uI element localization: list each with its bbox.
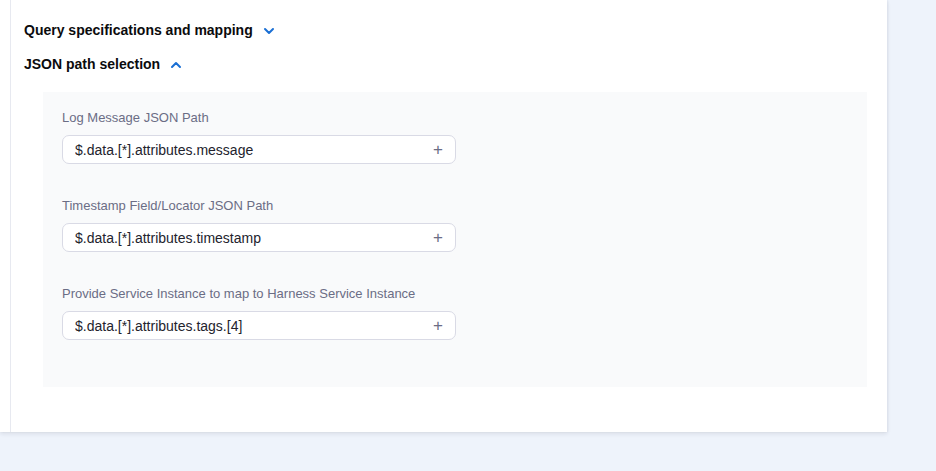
settings-card: Query specifications and mapping JSON pa… — [0, 0, 887, 432]
section-header-json-path-selection[interactable]: JSON path selection — [24, 57, 887, 72]
card-content: Query specifications and mapping JSON pa… — [0, 0, 887, 387]
chevron-down-icon[interactable] — [262, 24, 276, 38]
field-label: Provide Service Instance to map to Harne… — [62, 287, 867, 301]
field-label: Timestamp Field/Locator JSON Path — [62, 199, 867, 213]
field-service-instance-json-path: Provide Service Instance to map to Harne… — [62, 287, 867, 340]
section-title: Query specifications and mapping — [24, 23, 253, 38]
field-log-message-json-path: Log Message JSON Path + — [62, 111, 867, 164]
service-instance-json-path-input[interactable] — [63, 312, 421, 339]
log-message-json-path-input-wrap: + — [62, 135, 456, 164]
timestamp-json-path-input-wrap: + — [62, 223, 456, 252]
section-header-query-specifications[interactable]: Query specifications and mapping — [24, 23, 887, 38]
section-title: JSON path selection — [24, 57, 160, 72]
left-divider — [10, 0, 11, 432]
json-path-panel: Log Message JSON Path + Timestamp Field/… — [43, 92, 867, 387]
chevron-up-icon[interactable] — [169, 58, 183, 72]
service-instance-json-path-input-wrap: + — [62, 311, 456, 340]
add-button[interactable]: + — [421, 136, 455, 163]
add-button[interactable]: + — [421, 312, 455, 339]
timestamp-json-path-input[interactable] — [63, 224, 421, 251]
add-button[interactable]: + — [421, 224, 455, 251]
log-message-json-path-input[interactable] — [63, 136, 421, 163]
field-timestamp-json-path: Timestamp Field/Locator JSON Path + — [62, 199, 867, 252]
field-label: Log Message JSON Path — [62, 111, 867, 125]
